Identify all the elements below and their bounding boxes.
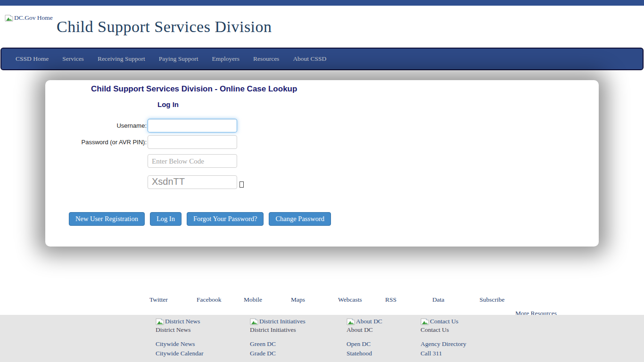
district-news-image-link[interactable]: District News (156, 318, 204, 325)
footer-heading-contact-us[interactable]: Contact Us (421, 326, 449, 333)
card-title: Child Support Services Division - Online… (91, 84, 297, 94)
nav-item-employers[interactable]: Employers (212, 55, 239, 63)
footer-link-green-dc[interactable]: Green DC (250, 339, 305, 349)
footer-column-district-news: District News District News Citywide New… (156, 318, 204, 358)
footer-heading-district-initiatives[interactable]: District Initiatives (250, 326, 296, 333)
nav-item-about-cssd[interactable]: About CSSD (293, 55, 326, 63)
footer-link-statehood[interactable]: Statehood (347, 349, 382, 358)
footer-column-contact-us: Contact Us Contact Us Agency Directory C… (421, 318, 466, 358)
about-dc-image-link[interactable]: About DC (347, 318, 382, 325)
social-links-row: Twitter Facebook Mobile Maps Webcasts RS… (149, 296, 527, 304)
social-link-webcasts[interactable]: Webcasts (338, 296, 385, 304)
button-row: New User Registration Log In Forgot Your… (69, 212, 331, 226)
broken-image-icon (347, 318, 355, 325)
footer-links: Green DC Grade DC (250, 339, 305, 358)
broken-image-icon (421, 318, 429, 325)
broken-image-icon (156, 318, 164, 325)
forgot-password-button[interactable]: Forgot Your Password? (187, 212, 264, 226)
captcha-display[interactable] (148, 175, 237, 189)
captcha-refresh-broken-glyph (239, 181, 244, 188)
footer-links: Citywide News Citywide Calendar (156, 339, 204, 358)
about-dc-image-alt: About DC (356, 318, 382, 325)
social-link-rss[interactable]: RSS (385, 296, 432, 304)
footer-link-grade-dc[interactable]: Grade DC (250, 349, 305, 358)
nav-item-resources[interactable]: Resources (253, 55, 279, 63)
login-card: Child Support Services Division - Online… (45, 80, 599, 247)
top-accent-bar (0, 0, 644, 6)
username-input[interactable] (148, 119, 237, 132)
district-news-image-alt: District News (165, 318, 200, 325)
footer-link-open-dc[interactable]: Open DC (347, 339, 382, 349)
password-label: Password (or AVR PIN): (45, 139, 147, 146)
main-navbar: CSSD Home Services Receiving Support Pay… (0, 48, 644, 70)
dcgov-home-label: DC.Gov Home (14, 14, 53, 22)
footer-link-citywide-calendar[interactable]: Citywide Calendar (156, 349, 204, 358)
nav-item-paying-support[interactable]: Paying Support (159, 55, 198, 63)
footer-link-agency-directory[interactable]: Agency Directory (421, 339, 466, 349)
nav-item-services[interactable]: Services (62, 55, 84, 63)
contact-us-image-alt: Contact Us (430, 318, 458, 325)
social-link-data[interactable]: Data (432, 296, 479, 304)
nav-item-cssd-home[interactable]: CSSD Home (16, 55, 49, 63)
login-heading: Log In (157, 100, 179, 108)
district-initiatives-image-link[interactable]: District Initiatives (250, 318, 305, 325)
log-in-button[interactable]: Log In (150, 212, 182, 226)
contact-us-image-link[interactable]: Contact Us (421, 318, 466, 325)
footer: District News District News Citywide New… (0, 315, 644, 362)
social-link-mobile[interactable]: Mobile (244, 296, 291, 304)
footer-links: Agency Directory Call 311 (421, 339, 466, 358)
footer-link-citywide-news[interactable]: Citywide News (156, 339, 204, 349)
footer-links: Open DC Statehood (347, 339, 382, 358)
dcgov-home-link[interactable]: DC.Gov Home (5, 14, 53, 22)
nav-item-receiving-support[interactable]: Receiving Support (98, 55, 145, 63)
change-password-button[interactable]: Change Password (269, 212, 331, 226)
social-link-maps[interactable]: Maps (291, 296, 338, 304)
footer-column-district-initiatives: District Initiatives District Initiative… (250, 318, 305, 358)
district-initiatives-image-alt: District Initiatives (259, 318, 305, 325)
social-link-facebook[interactable]: Facebook (197, 296, 244, 304)
footer-heading-about-dc[interactable]: About DC (347, 326, 373, 333)
captcha-code-input[interactable] (148, 154, 237, 168)
username-label: Username: (45, 122, 147, 129)
page-title: Child Support Services Division (57, 18, 272, 36)
footer-heading-district-news[interactable]: District News (156, 326, 191, 333)
footer-column-about-dc: About DC About DC Open DC Statehood (347, 318, 382, 358)
password-input[interactable] (148, 135, 237, 149)
page: DC.Gov Home Child Support Services Divis… (0, 0, 644, 362)
broken-image-icon (250, 318, 258, 325)
social-link-twitter[interactable]: Twitter (149, 296, 197, 304)
new-user-registration-button[interactable]: New User Registration (69, 212, 145, 226)
social-link-subscribe[interactable]: Subscribe (479, 296, 527, 304)
broken-image-icon (5, 15, 13, 22)
footer-link-call-311[interactable]: Call 311 (421, 349, 466, 358)
